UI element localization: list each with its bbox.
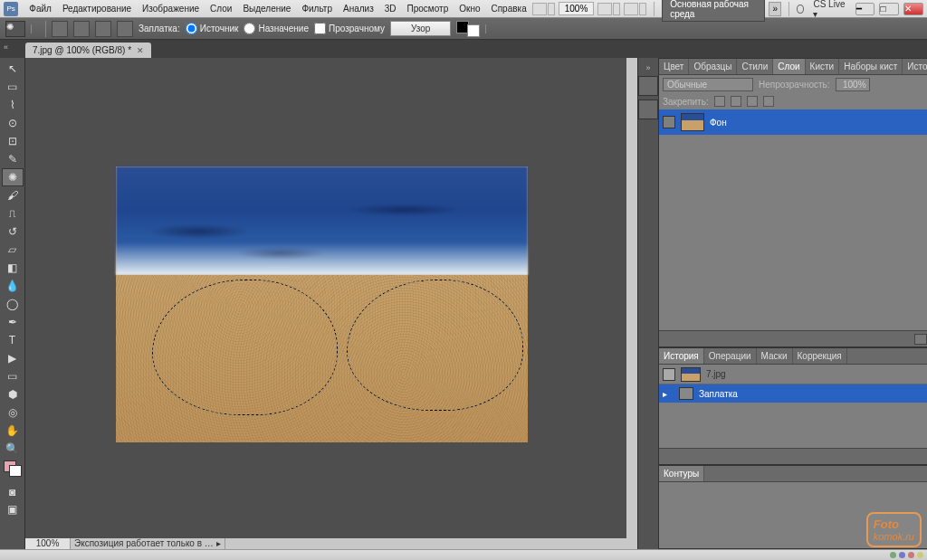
patch-destination-radio[interactable]: Назначение: [244, 23, 309, 34]
tab-swatches[interactable]: Образцы: [689, 59, 737, 75]
screen-mode-icon[interactable]: [624, 3, 646, 15]
selection-subtract-icon[interactable]: [95, 21, 111, 37]
selection-intersect-icon[interactable]: [117, 21, 133, 37]
patch-transparent-check[interactable]: Прозрачному: [314, 23, 385, 34]
link-layers-icon[interactable]: [914, 334, 927, 345]
history-step[interactable]: ▸ Заплатка: [659, 384, 927, 403]
layer-name[interactable]: Фон: [710, 118, 727, 128]
path-select-tool[interactable]: ▶: [2, 349, 24, 367]
vertical-scrollbar[interactable]: [626, 58, 637, 538]
color-swatches[interactable]: [2, 458, 24, 483]
window-maximize[interactable]: □: [879, 3, 899, 15]
window-close[interactable]: ✕: [903, 3, 923, 15]
close-tab-icon[interactable]: ✕: [137, 46, 144, 55]
pattern-swatch[interactable]: [456, 21, 480, 37]
gradient-tool[interactable]: ◧: [2, 259, 24, 277]
dock-icon[interactable]: [638, 100, 658, 119]
document-tab[interactable]: 7.jpg @ 100% (RGB/8) * ✕: [25, 43, 151, 58]
tab-layers[interactable]: Слои: [773, 59, 805, 75]
patch-source-radio[interactable]: Источник: [186, 23, 239, 34]
stamp-tool[interactable]: ⎍: [2, 204, 24, 223]
pen-tool[interactable]: ✒: [2, 313, 24, 331]
shape-tool[interactable]: ▭: [2, 367, 24, 385]
menu-image[interactable]: Изображение: [137, 0, 205, 18]
tab-styles[interactable]: Стили: [737, 59, 773, 75]
workspace-switcher[interactable]: Основная рабочая среда: [662, 0, 765, 22]
dodge-tool[interactable]: ◯: [2, 295, 24, 313]
history-brush-tool[interactable]: ↺: [2, 223, 24, 241]
lasso-tool[interactable]: ⌇: [2, 96, 24, 114]
cslive-dropdown[interactable]: CS Live ▾: [808, 0, 850, 21]
app-logo: Ps: [4, 2, 18, 16]
document-canvas[interactable]: [116, 166, 528, 442]
lock-position-icon[interactable]: [747, 96, 758, 107]
layer-visibility-icon[interactable]: [663, 116, 675, 128]
menu-3d[interactable]: 3D: [379, 0, 402, 18]
canvas-area[interactable]: 100% Экспозиция работает только в … ▸: [25, 58, 637, 549]
tab-actions[interactable]: Операции: [704, 348, 757, 365]
3d-camera-tool[interactable]: ◎: [2, 403, 24, 422]
history-snapshot[interactable]: 7.jpg: [659, 365, 927, 384]
quick-select-tool[interactable]: ⊙: [2, 114, 24, 132]
move-tool[interactable]: ↖: [2, 60, 24, 78]
menu-filter[interactable]: Фильтр: [296, 0, 338, 18]
menu-select[interactable]: Выделение: [237, 0, 296, 18]
brush-tool[interactable]: 🖌: [2, 186, 24, 204]
app-bottom-bar: [0, 549, 927, 560]
menu-help[interactable]: Справка: [485, 0, 531, 18]
tab-history[interactable]: История: [659, 348, 704, 365]
history-panel: История Операции Маски Коррекция ≡ 7.jpg…: [658, 347, 927, 465]
lock-image-icon[interactable]: [731, 96, 741, 107]
menu-file[interactable]: Файл: [24, 0, 57, 18]
marquee-tool[interactable]: ▭: [2, 78, 24, 96]
use-pattern-button[interactable]: Узор: [390, 21, 451, 36]
zoom-tool[interactable]: 🔍: [2, 440, 24, 458]
layer-thumbnail[interactable]: [681, 113, 704, 131]
opacity-input[interactable]: 100%: [836, 78, 870, 91]
menu-view[interactable]: Просмотр: [402, 0, 454, 18]
expand-dock-icon[interactable]: »: [645, 63, 650, 72]
3d-tool[interactable]: ⬢: [2, 385, 24, 403]
history-brush-source-icon[interactable]: [663, 368, 675, 381]
workspace-more-icon[interactable]: »: [769, 2, 781, 16]
tab-clone-source[interactable]: Источник кло: [903, 59, 927, 75]
selection-new-icon[interactable]: [52, 21, 68, 37]
pattern-dropdown[interactable]: [485, 24, 494, 33]
tab-masks[interactable]: Маски: [757, 348, 793, 365]
selection-add-icon[interactable]: [73, 21, 90, 37]
quick-mask-toggle[interactable]: ◙: [2, 483, 24, 501]
menu-analysis[interactable]: Анализ: [338, 0, 379, 18]
blur-tool[interactable]: 💧: [2, 277, 24, 295]
tab-brushes[interactable]: Кисти: [806, 59, 840, 75]
tab-adjustments[interactable]: Коррекция: [793, 348, 847, 365]
window-minimize[interactable]: ━: [855, 3, 875, 15]
history-step-name: Заплатка: [699, 389, 738, 399]
collapse-icon[interactable]: «: [4, 43, 8, 52]
view-extras-icon[interactable]: [597, 3, 620, 15]
status-info[interactable]: Экспозиция работает только в … ▸: [71, 538, 225, 549]
layer-row[interactable]: Фон 🔒: [659, 109, 927, 135]
tab-color[interactable]: Цвет: [659, 59, 689, 75]
type-tool[interactable]: T: [2, 331, 24, 349]
patch-tool[interactable]: ✺: [2, 168, 24, 186]
history-footer: [659, 448, 927, 464]
status-zoom[interactable]: 100%: [25, 538, 71, 549]
lock-transparent-icon[interactable]: [714, 96, 725, 107]
crop-tool[interactable]: ⊡: [2, 132, 24, 150]
eraser-tool[interactable]: ▱: [2, 241, 24, 259]
dock-icon[interactable]: [638, 76, 658, 96]
tool-preset-dropdown[interactable]: [31, 24, 40, 33]
hand-tool[interactable]: ✋: [2, 422, 24, 440]
launch-bridge-icon[interactable]: [532, 3, 555, 15]
tool-preset-picker[interactable]: ✺: [5, 21, 25, 37]
menu-edit[interactable]: Редактирование: [57, 0, 137, 18]
tab-brush-presets[interactable]: Наборы кист: [839, 59, 903, 75]
blend-mode-dropdown[interactable]: Обычные: [663, 78, 753, 91]
menu-layers[interactable]: Слои: [205, 0, 237, 18]
menu-window[interactable]: Окно: [454, 0, 485, 18]
lock-all-icon[interactable]: [763, 96, 774, 107]
zoom-level-dropdown[interactable]: 100%: [559, 2, 595, 15]
eyedropper-tool[interactable]: ✎: [2, 150, 24, 168]
screen-mode-toggle[interactable]: ▣: [2, 501, 24, 517]
tab-paths[interactable]: Контуры: [659, 466, 704, 482]
